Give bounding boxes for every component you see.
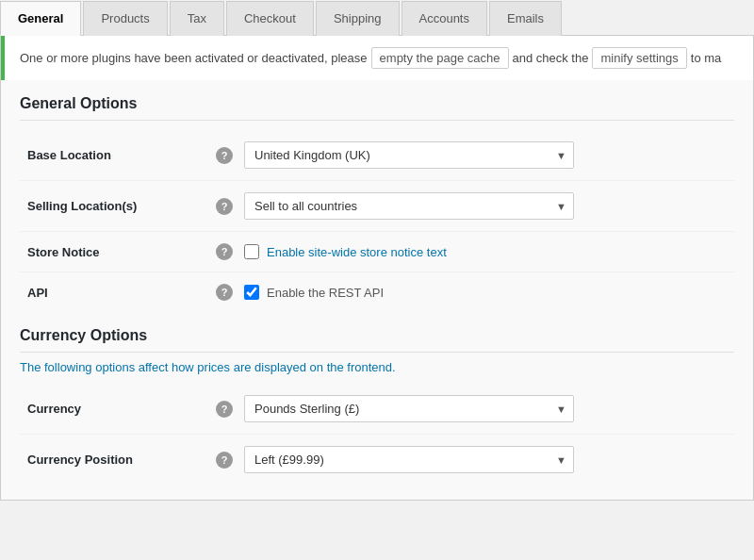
help-icon-c0[interactable]: ? xyxy=(216,401,233,418)
option-input-cell-c1: Left (£99.99)Right (99.99£)Left space (£… xyxy=(240,435,734,486)
notice-text-after: to ma xyxy=(691,51,722,65)
help-icon-3[interactable]: ? xyxy=(216,284,233,301)
help-icon-0[interactable]: ? xyxy=(216,147,233,164)
option-label-c1: Currency Position xyxy=(20,435,208,486)
option-row-2: Store Notice?Enable site-wide store noti… xyxy=(20,232,734,272)
option-label-2: Store Notice xyxy=(20,232,208,272)
tab-general[interactable]: General xyxy=(0,1,81,36)
general-options-section: General Options Base Location?United Kin… xyxy=(1,80,753,327)
option-input-cell-c0: Pounds Sterling (£)US Dollar ($)Euro (€)… xyxy=(240,384,734,435)
checkbox-3[interactable] xyxy=(244,285,259,300)
option-label-1: Selling Location(s) xyxy=(20,181,208,232)
select-wrap-0: United Kingdom (UK)United States (US)Ger… xyxy=(244,141,574,169)
select-c0[interactable]: Pounds Sterling (£)US Dollar ($)Euro (€)… xyxy=(244,395,574,422)
option-input-cell-0: United Kingdom (UK)United States (US)Ger… xyxy=(240,130,734,181)
option-row-c1: Currency Position?Left (£99.99)Right (99… xyxy=(20,435,734,486)
checkbox-2[interactable] xyxy=(244,244,259,259)
select-wrap-c0: Pounds Sterling (£)US Dollar ($)Euro (€)… xyxy=(244,395,574,422)
select-c1[interactable]: Left (£99.99)Right (99.99£)Left space (£… xyxy=(244,446,574,473)
tab-emails[interactable]: Emails xyxy=(489,1,562,36)
tab-tax[interactable]: Tax xyxy=(170,1,224,36)
notice-text-before: One or more plugins have been activated … xyxy=(20,51,368,65)
notice-bar: One or more plugins have been activated … xyxy=(1,36,753,80)
select-0[interactable]: United Kingdom (UK)United States (US)Ger… xyxy=(244,141,574,169)
tab-accounts[interactable]: Accounts xyxy=(402,1,487,36)
option-row-3: API?Enable the REST API xyxy=(20,272,734,313)
general-options-title: General Options xyxy=(20,95,734,121)
tabs-nav: GeneralProductsTaxCheckoutShippingAccoun… xyxy=(0,0,754,36)
help-icon-2[interactable]: ? xyxy=(216,243,233,260)
empty-cache-button[interactable]: empty the page cache xyxy=(371,47,509,69)
tab-products[interactable]: Products xyxy=(83,1,167,36)
option-input-cell-1: Sell to all countriesSell to specific co… xyxy=(240,181,734,232)
select-wrap-1: Sell to all countriesSell to specific co… xyxy=(244,192,574,220)
option-input-cell-2: Enable site-wide store notice text xyxy=(240,232,734,272)
checkbox-row-2: Enable site-wide store notice text xyxy=(244,244,727,259)
option-row-1: Selling Location(s)?Sell to all countrie… xyxy=(20,181,734,232)
select-1[interactable]: Sell to all countriesSell to specific co… xyxy=(244,192,574,220)
option-row-0: Base Location?United Kingdom (UK)United … xyxy=(20,130,734,181)
tab-checkout[interactable]: Checkout xyxy=(226,1,314,36)
option-input-cell-3: Enable the REST API xyxy=(240,272,734,313)
option-label-3: API xyxy=(20,272,208,313)
notice-text-middle: and check the xyxy=(513,51,589,65)
checkbox-label-3: Enable the REST API xyxy=(267,286,384,300)
checkbox-label-2: Enable site-wide store notice text xyxy=(267,245,447,259)
checkbox-row-3: Enable the REST API xyxy=(244,285,727,300)
select-wrap-c1: Left (£99.99)Right (99.99£)Left space (£… xyxy=(244,446,574,473)
currency-options-section: Currency Options The following options a… xyxy=(1,327,753,500)
currency-options-title: Currency Options xyxy=(20,327,734,353)
main-content: One or more plugins have been activated … xyxy=(0,36,754,501)
general-options-table: Base Location?United Kingdom (UK)United … xyxy=(20,130,734,312)
option-label-c0: Currency xyxy=(20,384,208,435)
currency-notice: The following options affect how prices … xyxy=(20,360,734,374)
tab-shipping[interactable]: Shipping xyxy=(316,1,400,36)
option-label-0: Base Location xyxy=(20,130,208,181)
help-icon-c1[interactable]: ? xyxy=(216,452,233,469)
option-row-c0: Currency?Pounds Sterling (£)US Dollar ($… xyxy=(20,384,734,435)
minify-settings-button[interactable]: minify settings xyxy=(592,47,686,69)
help-icon-1[interactable]: ? xyxy=(216,198,233,215)
currency-options-table: Currency?Pounds Sterling (£)US Dollar ($… xyxy=(20,384,734,485)
